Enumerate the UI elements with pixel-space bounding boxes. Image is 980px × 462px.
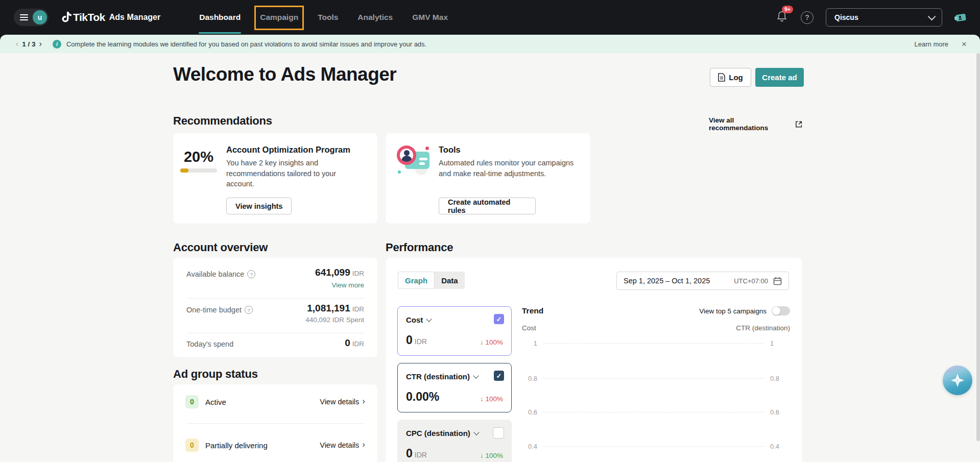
ctr-change: ↓ 100%: [480, 395, 503, 403]
vertical-scrollbar[interactable]: [976, 53, 980, 441]
hamburger-menu-icon[interactable]: [20, 14, 28, 21]
banner-next-icon[interactable]: ›: [37, 39, 44, 48]
menu-account-pill[interactable]: u: [14, 9, 49, 26]
todays-spend-label: Today's spend: [186, 340, 233, 348]
trend-heading: Trend: [522, 306, 543, 315]
active-view-details-link[interactable]: View details ›: [320, 397, 365, 406]
close-icon[interactable]: ×: [962, 40, 967, 48]
top-navigation-bar: u TikTok Ads Manager Dashboard Campaign …: [0, 0, 980, 35]
available-balance-label: Available balance ?: [186, 270, 255, 278]
view-top-5-campaigns-control: View top 5 campaigns: [699, 306, 790, 315]
recommendations-heading: Recommendations: [173, 114, 272, 128]
primary-nav: Dashboard Campaign Tools Analytics GMV M…: [199, 0, 448, 35]
document-icon: [718, 73, 725, 82]
chevron-down-icon: [928, 12, 936, 20]
help-tooltip-icon[interactable]: ?: [247, 270, 255, 278]
optimization-score: 20%: [180, 149, 217, 165]
down-arrow-icon: ↓: [480, 395, 484, 403]
help-button[interactable]: ?: [801, 11, 814, 24]
cpc-checkbox[interactable]: [493, 427, 504, 439]
nav-gmv-max[interactable]: GMV Max: [412, 0, 448, 35]
learn-more-link[interactable]: Learn more: [915, 40, 948, 48]
tools-card-description: Automated rules monitor your campaigns a…: [439, 158, 582, 179]
active-count-badge: 0: [185, 395, 199, 408]
optimization-program-card: 20% Account Optimization Program You hav…: [173, 133, 377, 224]
nav-tools[interactable]: Tools: [318, 0, 338, 35]
notifications-button[interactable]: 9+: [776, 10, 787, 25]
notification-badge: 9+: [782, 6, 793, 13]
available-balance-value: 641,099IDR: [315, 267, 364, 278]
ctr-checkbox[interactable]: ✓: [494, 371, 504, 381]
nav-dashboard[interactable]: Dashboard: [199, 0, 241, 35]
cost-value: 0IDR: [406, 333, 427, 347]
metric-card-cost[interactable]: Cost ✓ 0IDR ↓ 100%: [397, 306, 512, 356]
divider: [186, 423, 364, 424]
gridline-0.8: 0.80.8: [522, 375, 785, 382]
page-title: Welcome to Ads Manager: [173, 64, 396, 85]
divider: [186, 298, 364, 299]
partially-delivering-view-details-link[interactable]: View details ›: [320, 441, 365, 450]
tiktok-logo-icon: [61, 11, 72, 24]
optimization-card-description: You have 2 key insights and recommendati…: [226, 158, 349, 189]
left-axis-label: Cost: [522, 324, 536, 332]
metric-card-ctr-destination[interactable]: CTR (destination) ✓ 0.00% ↓ 100%: [397, 363, 512, 412]
optimization-card-title: Account Optimization Program: [226, 145, 350, 155]
down-arrow-icon: ↓: [480, 338, 484, 346]
log-button[interactable]: Log: [710, 68, 751, 87]
help-tooltip-icon[interactable]: ?: [245, 306, 253, 314]
banner-strip: ‹ 1 / 3 › i Complete the learning module…: [0, 35, 980, 53]
banner-prev-icon[interactable]: ‹: [13, 39, 21, 48]
partially-delivering-count-badge: 0: [185, 439, 199, 452]
one-time-budget-label: One-time budget ?: [186, 306, 253, 314]
brand-name: TikTok: [73, 11, 105, 23]
top-5-campaigns-toggle[interactable]: [772, 306, 790, 315]
gridline-0.6: 0.60.6: [522, 408, 785, 416]
nav-analytics[interactable]: Analytics: [357, 0, 393, 35]
right-axis-label: CTR (destination): [736, 324, 790, 332]
chevron-down-icon: [473, 373, 479, 378]
external-link-icon: [795, 120, 802, 128]
tab-data[interactable]: Data: [435, 272, 465, 289]
chevron-right-icon: ›: [362, 440, 365, 450]
cost-metric-selector[interactable]: Cost: [406, 315, 431, 324]
ad-group-status-card: 0 Active View details › 0 Partially deli…: [173, 384, 377, 462]
ctr-value: 0.00%: [406, 390, 439, 404]
member-card-icon[interactable]: [953, 10, 968, 25]
create-automated-rules-button[interactable]: Create automated rules: [439, 198, 536, 214]
assistant-floating-button[interactable]: [943, 366, 972, 395]
date-range-value: Sep 1, 2025 – Oct 1, 2025: [624, 277, 710, 285]
avatar[interactable]: u: [33, 10, 47, 25]
tab-graph[interactable]: Graph: [398, 272, 435, 289]
account-overview-heading: Account overview: [173, 241, 268, 254]
account-selector-value: Qiscus: [834, 13, 858, 21]
timezone-value: UTC+07:00: [734, 277, 768, 285]
sparkle-icon: [949, 372, 966, 389]
tiktok-ads-manager-dashboard: { "topnav": { "avatar_letter": "u", "bra…: [0, 0, 980, 462]
view-insights-button[interactable]: View insights: [226, 198, 292, 214]
performance-heading: Performance: [386, 241, 453, 254]
automated-rules-illustration-icon: [397, 145, 431, 175]
chevron-right-icon: ›: [362, 396, 365, 406]
graph-data-segmented-control: Graph Data: [398, 272, 465, 289]
ctr-metric-selector[interactable]: CTR (destination): [406, 372, 478, 381]
account-overview-card: Available balance ? 641,099IDR View more…: [173, 258, 377, 357]
cost-change: ↓ 100%: [480, 338, 503, 346]
view-more-link[interactable]: View more: [331, 281, 364, 289]
gridline-1: 11: [522, 339, 785, 347]
metric-card-cpc-destination[interactable]: CPC (destination) 0IDR ↓ 100%: [397, 420, 512, 462]
notice-banner: ‹ 1 / 3 › i Complete the learning module…: [0, 35, 980, 53]
cpc-metric-selector[interactable]: CPC (destination): [406, 429, 479, 437]
date-range-picker[interactable]: Sep 1, 2025 – Oct 1, 2025 UTC+07:00: [616, 272, 789, 290]
chevron-down-icon: [473, 429, 479, 435]
create-ad-button[interactable]: Create ad: [755, 68, 804, 87]
account-selector[interactable]: Qiscus: [826, 8, 942, 27]
performance-card: Graph Data Sep 1, 2025 – Oct 1, 2025 UTC…: [386, 258, 802, 462]
tools-card: Tools Automated rules monitor your campa…: [386, 133, 590, 224]
view-top-5-campaigns-label: View top 5 campaigns: [699, 307, 767, 315]
nav-campaign[interactable]: Campaign: [260, 0, 298, 35]
ad-group-status-heading: Ad group status: [173, 368, 258, 381]
cost-checkbox[interactable]: ✓: [494, 314, 504, 324]
nav-right-tools: 9+ ? Qiscus: [776, 8, 968, 27]
view-all-recommendations-link[interactable]: View all recommendations: [709, 116, 802, 132]
todays-spend-value: 0IDR: [345, 337, 364, 349]
